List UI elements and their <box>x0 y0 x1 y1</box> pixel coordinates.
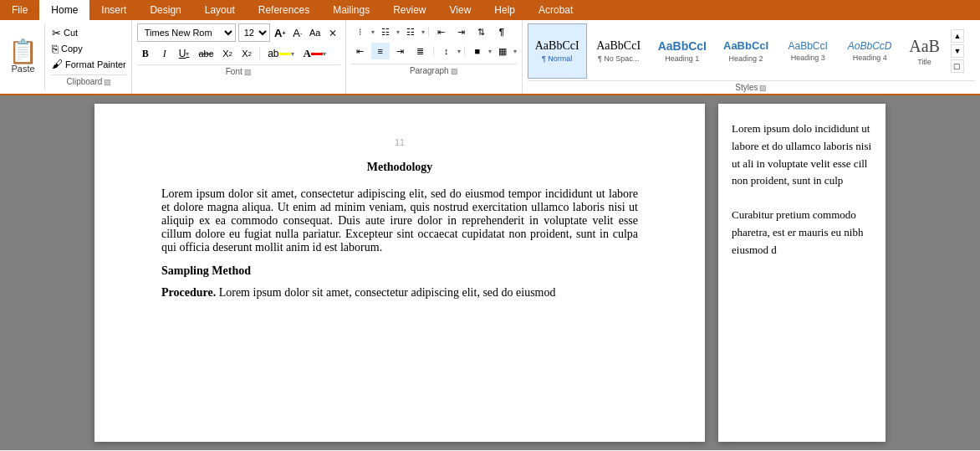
font-family-select[interactable]: Times New Rom <box>137 23 236 42</box>
font-grow-button[interactable]: A+ <box>273 25 288 40</box>
style-title-label: Title <box>917 58 932 66</box>
styles-scroll-down-button[interactable]: ▼ <box>951 44 964 58</box>
align-center-button[interactable]: ≡ <box>371 43 390 59</box>
clipboard-group-label[interactable]: Clipboard ▧ <box>50 74 128 88</box>
shading-dd: ▾ <box>488 48 492 55</box>
style-heading4-preview: AoBbCcD <box>848 40 892 52</box>
tab-review[interactable]: Review <box>381 0 437 20</box>
font-color-indicator <box>311 53 323 55</box>
para-sep3 <box>464 46 465 56</box>
styles-label-text: Styles <box>735 83 758 92</box>
copy-button[interactable]: ⎘ Copy <box>50 42 128 56</box>
numbering-dd: ▾ <box>396 28 400 36</box>
change-case-button[interactable]: Aa <box>308 25 323 40</box>
clear-formatting-button[interactable]: ⨯ <box>325 25 340 40</box>
tab-view[interactable]: View <box>438 0 483 20</box>
multilevel-button[interactable]: ☷ <box>401 23 420 40</box>
subscript-button[interactable]: X2 <box>219 44 236 63</box>
italic-label: I <box>163 48 166 60</box>
sidebar-page: Lorem ipsum dolo incididunt ut labore et… <box>718 104 886 442</box>
numbering-button[interactable]: ☷ <box>376 23 395 40</box>
cut-label: Cut <box>64 28 78 38</box>
ribbon-tabs-bar: File Home Insert Design Layout Reference… <box>0 0 980 20</box>
paste-button[interactable]: 📋 Paste <box>2 23 45 90</box>
clipboard-label-text: Clipboard <box>66 77 102 86</box>
show-hide-button[interactable]: ¶ <box>493 23 511 40</box>
tab-insert[interactable]: Insert <box>89 0 138 20</box>
highlight-icon: ab <box>268 48 278 59</box>
main-page: 11 Methodology Lorem ipsum dolor sit ame… <box>94 104 705 442</box>
underline-label: U <box>179 48 186 59</box>
font-color-button[interactable]: A ▾ <box>300 44 329 63</box>
main-paragraph[interactable]: Lorem ipsum dolor sit amet, consectetur … <box>161 187 638 254</box>
justify-button[interactable]: ≣ <box>411 43 430 59</box>
underline-dropdown: ▾ <box>186 50 189 58</box>
style-heading2-preview: AaBbCcI <box>723 39 768 53</box>
sidebar-para2: Curabitur pretium commodo pharetra, est … <box>732 207 872 259</box>
font-row2: B I U ▾ abc X2 X2 ab ▾ A ▾ <box>137 44 340 63</box>
tab-design[interactable]: Design <box>138 0 192 20</box>
clipboard-group: 📋 Paste ✂ Cut ⎘ Copy 🖌 Format Painter Cl… <box>0 20 132 94</box>
style-heading3-button[interactable]: AaBbCcI Heading 3 <box>778 23 838 79</box>
para-row2: ⇤ ≡ ⇥ ≣ ↕ ▾ ■ ▾ ▦ ▾ <box>351 43 517 59</box>
para-sep1 <box>428 27 429 37</box>
font-shrink-button[interactable]: A- <box>290 25 305 40</box>
style-title-button[interactable]: AaB Title <box>901 23 947 79</box>
sidebar-para1: Lorem ipsum dolo incididunt ut labore et… <box>732 120 872 190</box>
style-heading1-label: Heading 1 <box>665 54 699 63</box>
font-expand-icon: ▧ <box>244 68 252 76</box>
bullets-button[interactable]: ⁝ <box>351 23 370 40</box>
tab-references[interactable]: References <box>247 0 321 20</box>
styles-group-label[interactable]: Styles ▧ <box>528 80 975 94</box>
font-color-icon: A <box>304 47 311 60</box>
style-heading4-label: Heading 4 <box>853 54 887 62</box>
style-heading1-button[interactable]: AaBbCcI Heading 1 <box>651 23 714 79</box>
underline-button[interactable]: U ▾ <box>176 44 193 63</box>
styles-expand-icon: ▧ <box>759 84 767 92</box>
align-left-button[interactable]: ⇤ <box>351 43 370 59</box>
style-heading4-button[interactable]: AoBbCcD Heading 4 <box>840 23 900 79</box>
ribbon-body: 📋 Paste ✂ Cut ⎘ Copy 🖌 Format Painter Cl… <box>0 20 980 95</box>
format-painter-label: Format Painter <box>65 59 126 69</box>
highlight-dropdown: ▾ <box>291 50 294 58</box>
font-label-text: Font <box>226 67 242 76</box>
borders-button[interactable]: ▦ <box>493 43 512 59</box>
style-normal-button[interactable]: AaBbCcI ¶ Normal <box>528 23 587 79</box>
strikethrough-button[interactable]: abc <box>195 44 217 63</box>
decrease-indent-button[interactable]: ⇤ <box>432 23 451 40</box>
line-spacing-button[interactable]: ↕ <box>437 43 456 59</box>
text-highlight-button[interactable]: ab ▾ <box>264 44 297 63</box>
multilevel-dd: ▾ <box>421 28 425 36</box>
paragraph-group: ⁝ ▾ ☷ ▾ ☷ ▾ ⇤ ⇥ ⇅ ¶ ⇤ ≡ ⇥ ≣ ↕ ▾ <box>346 20 523 94</box>
styles-scroll-up-button[interactable]: ▲ <box>951 29 964 43</box>
shading-button[interactable]: ■ <box>468 43 487 59</box>
procedure-paragraph[interactable]: Procedure. Lorem ipsum dolor sit amet, c… <box>161 286 638 300</box>
bold-button[interactable]: B <box>137 44 154 63</box>
style-normal-preview: AaBbCcI <box>535 39 579 54</box>
ribbon: File Home Insert Design Layout Reference… <box>0 0 980 95</box>
methodology-heading: Methodology <box>161 161 638 174</box>
italic-button[interactable]: I <box>156 44 173 63</box>
format-painter-button[interactable]: 🖌 Format Painter <box>50 57 128 71</box>
paragraph-group-label[interactable]: Paragraph ▧ <box>351 64 517 77</box>
styles-expand-button[interactable]: ▢ <box>951 59 964 73</box>
font-group-label[interactable]: Font ▧ <box>137 64 340 78</box>
tab-layout[interactable]: Layout <box>193 0 247 20</box>
style-heading2-button[interactable]: AaBbCcI Heading 2 <box>716 23 776 79</box>
increase-indent-button[interactable]: ⇥ <box>452 23 471 40</box>
font-color-dropdown: ▾ <box>323 50 326 58</box>
align-right-button[interactable]: ⇥ <box>391 43 410 59</box>
tab-home[interactable]: Home <box>39 0 89 20</box>
tab-acrobat[interactable]: Acrobat <box>527 0 584 20</box>
para-row1: ⁝ ▾ ☷ ▾ ☷ ▾ ⇤ ⇥ ⇅ ¶ <box>351 23 517 40</box>
tab-file[interactable]: File <box>0 0 39 20</box>
document-area: 11 Methodology Lorem ipsum dolor sit ame… <box>0 95 980 450</box>
cut-button[interactable]: ✂ Cut <box>50 26 128 40</box>
sort-button[interactable]: ⇅ <box>472 23 491 40</box>
tab-mailings[interactable]: Mailings <box>321 0 381 20</box>
superscript-button[interactable]: X2 <box>238 44 255 63</box>
font-size-select[interactable]: 12 <box>238 23 270 42</box>
clipboard-secondary: ✂ Cut ⎘ Copy 🖌 Format Painter Clipboard … <box>48 23 130 90</box>
style-no-space-button[interactable]: AaBbCcI ¶ No Spac... <box>589 23 649 79</box>
tab-help[interactable]: Help <box>482 0 527 20</box>
